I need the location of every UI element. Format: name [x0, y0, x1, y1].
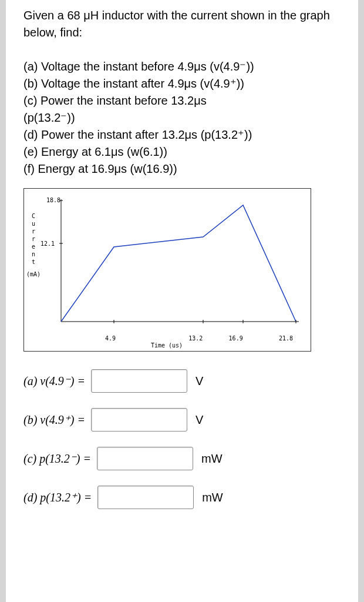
x-tick-21-8: 21.8	[279, 335, 293, 342]
x-tick-4-9: 4.9	[105, 335, 116, 342]
part-d: (d) Power the instant after 13.2μs (p(13…	[23, 126, 341, 143]
answer-d-unit: mW	[202, 491, 223, 504]
current-line	[61, 205, 296, 322]
answer-row-d: (d) p(13.2⁺) = mW	[23, 486, 341, 509]
answer-row-b: (b) v(4.9⁺) = V	[23, 408, 341, 432]
answer-row-c: (c) p(13.2⁻) = mW	[23, 447, 341, 470]
answer-d-input[interactable]	[97, 486, 194, 509]
part-e: (e) Energy at 6.1μs (w(6.1))	[23, 143, 341, 160]
answer-a-unit: V	[196, 374, 203, 388]
problem-page: Given a 68 μH inductor with the current …	[6, 0, 358, 602]
answer-b-label: (b) v(4.9⁺) =	[23, 413, 85, 427]
part-b: (b) Voltage the instant after 4.9μs (v(4…	[23, 75, 341, 92]
part-c-line2: (p(13.2⁻))	[23, 109, 341, 126]
answer-a-label: (a) v(4.9⁻) =	[23, 374, 85, 388]
answer-b-unit: V	[196, 413, 203, 427]
answer-c-unit: mW	[201, 452, 223, 466]
part-f: (f) Energy at 16.9μs (w(16.9))	[23, 160, 341, 178]
problem-statement: Given a 68 μH inductor with the current …	[23, 7, 341, 178]
current-chart: Current (mA) 18.8 12.1	[23, 188, 311, 352]
answer-a-input[interactable]	[91, 369, 187, 393]
answer-b-input[interactable]	[91, 408, 187, 432]
intro-text: Given a 68 μH inductor with the current …	[23, 7, 341, 41]
chart-svg	[29, 193, 305, 335]
answer-row-a: (a) v(4.9⁻) = V	[23, 369, 341, 393]
answer-c-label: (c) p(13.2⁻) =	[23, 452, 91, 466]
x-tick-labels: 4.9 13.2 16.9 21.8	[61, 335, 293, 342]
answer-d-label: (d) p(13.2⁺) =	[23, 490, 92, 504]
x-tick-13-2: 13.2	[188, 335, 203, 342]
x-tick-16-9: 16.9	[229, 335, 243, 342]
x-axis-label: Time (us)	[151, 342, 183, 349]
part-c-line1: (c) Power the instant before 13.2μs	[23, 92, 341, 109]
part-a: (a) Voltage the instant before 4.9μs (v(…	[23, 58, 341, 75]
answer-c-input[interactable]	[97, 447, 193, 470]
